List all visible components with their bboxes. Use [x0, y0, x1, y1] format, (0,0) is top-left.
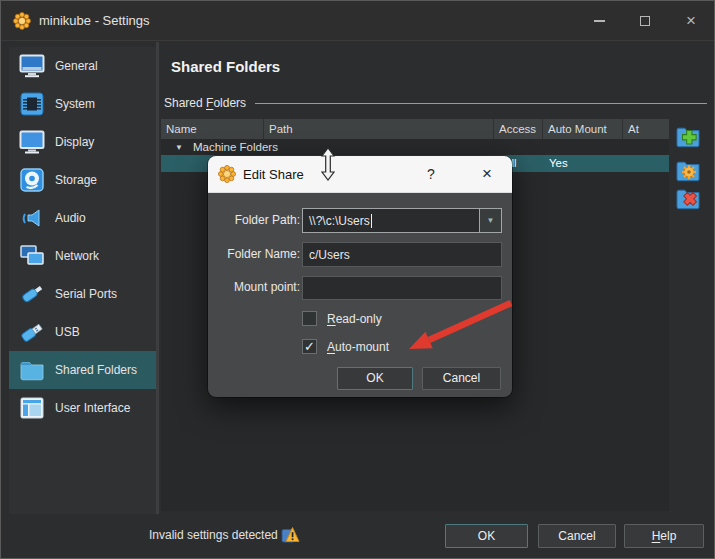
sidebar-label: Audio [55, 211, 86, 225]
auto-mount-checkbox[interactable]: ✓ [302, 339, 317, 354]
warning-icon [281, 525, 300, 544]
column-header-at[interactable]: At [623, 119, 669, 139]
folder-path-label: Folder Path: [216, 213, 300, 227]
sidebar-label: User Interface [55, 401, 130, 415]
minimize-icon [594, 20, 605, 22]
text-caret [371, 214, 372, 228]
sidebar-label: Network [55, 249, 99, 263]
add-share-button[interactable] [675, 124, 701, 150]
sidebar-label: Shared Folders [55, 363, 137, 377]
folder-name-label: Folder Name: [216, 247, 300, 261]
column-header-name[interactable]: Name [161, 119, 264, 139]
window-title: minikube - Settings [39, 1, 150, 41]
folder-path-dropdown-button[interactable]: ▼ [479, 209, 501, 232]
maximize-button[interactable] [622, 1, 668, 41]
sidebar-label: Display [55, 135, 94, 149]
sidebar: General System Display Storage [9, 47, 156, 514]
folder-name-input[interactable]: c/Users [302, 242, 502, 267]
sidebar-item-storage[interactable]: Storage [9, 161, 156, 199]
folder-path-combo[interactable]: \\?\c:\Users ▼ [302, 208, 502, 233]
dialog-ok-button[interactable]: OK [337, 367, 413, 390]
dialog-title: Edit Share [243, 156, 304, 193]
sidebar-item-network[interactable]: Network [9, 237, 156, 275]
sidebar-item-user-interface[interactable]: User Interface [9, 389, 156, 427]
sidebar-label: USB [55, 325, 80, 339]
help-button[interactable]: Help [624, 524, 704, 548]
sidebar-item-shared-folders[interactable]: Shared Folders [9, 351, 156, 389]
general-icon [19, 54, 45, 78]
dialog-cancel-button[interactable]: Cancel [422, 367, 501, 390]
sidebar-item-system[interactable]: System [9, 85, 156, 123]
column-header-access[interactable]: Access [494, 119, 543, 139]
column-header-path[interactable]: Path [264, 119, 494, 139]
read-only-label: Read-only [327, 312, 382, 326]
group-row-label: Machine Folders [193, 141, 278, 153]
close-button[interactable]: × [668, 1, 714, 41]
annotation-arrow-icon [399, 297, 517, 355]
folder-path-value: \\?\c:\Users [309, 214, 370, 228]
network-icon [19, 244, 45, 268]
virtualbox-app-icon [13, 12, 31, 30]
sidebar-label: General [55, 59, 98, 73]
maximize-icon [640, 16, 650, 26]
audio-icon [19, 206, 45, 230]
user-interface-icon [19, 396, 45, 420]
cancel-button[interactable]: Cancel [538, 524, 616, 548]
resize-cursor-icon [321, 147, 335, 181]
shared-folders-icon [19, 358, 45, 382]
table-header: Name Path Access Auto Mount At [161, 119, 669, 139]
chevron-down-icon: ▼ [487, 216, 495, 225]
sidebar-label: System [55, 97, 95, 111]
page-title: Shared Folders [171, 58, 280, 75]
status-message: Invalid settings detected [149, 528, 278, 542]
usb-icon [19, 320, 45, 344]
sidebar-label: Storage [55, 173, 97, 187]
dialog-titlebar[interactable]: Edit Share ? × [208, 156, 512, 193]
read-only-checkbox[interactable] [302, 311, 317, 326]
sidebar-item-general[interactable]: General [9, 47, 156, 85]
sidebar-item-serial-ports[interactable]: Serial Ports [9, 275, 156, 313]
sidebar-item-display[interactable]: Display [9, 123, 156, 161]
minimize-button[interactable] [576, 1, 622, 41]
cell-auto-mount: Yes [549, 155, 568, 172]
display-icon [19, 130, 45, 154]
dialog-help-button[interactable]: ? [418, 156, 444, 193]
auto-mount-label: Auto-mount [327, 340, 389, 354]
storage-icon [19, 168, 45, 192]
virtualbox-dialog-icon [218, 165, 236, 183]
mount-point-label: Mount point: [216, 280, 300, 294]
panel-divider [156, 42, 159, 514]
edit-share-dialog: Edit Share ? × Folder Path: \\?\c:\Users… [208, 156, 512, 397]
sidebar-item-usb[interactable]: USB [9, 313, 156, 351]
group-label: Shared Folders [164, 96, 246, 110]
edit-share-button[interactable] [675, 158, 701, 184]
folder-name-value: c/Users [309, 248, 350, 262]
column-header-auto-mount[interactable]: Auto Mount [543, 119, 623, 139]
gear-icon [682, 165, 696, 179]
sidebar-label: Serial Ports [55, 287, 117, 301]
ok-button[interactable]: OK [445, 524, 528, 548]
machine-folders-group-row[interactable]: ▼ Machine Folders [161, 139, 669, 155]
serial-ports-icon [19, 282, 45, 306]
expand-arrow-icon[interactable]: ▼ [175, 143, 183, 152]
dialog-close-button[interactable]: × [470, 156, 504, 193]
remove-share-button[interactable] [675, 186, 701, 212]
settings-window: minikube - Settings × General System [0, 0, 715, 559]
window-titlebar[interactable]: minikube - Settings × [1, 1, 714, 41]
group-rule [255, 103, 707, 104]
sidebar-item-audio[interactable]: Audio [9, 199, 156, 237]
shared-folders-group: Shared Folders [164, 96, 707, 110]
system-icon [19, 92, 45, 116]
